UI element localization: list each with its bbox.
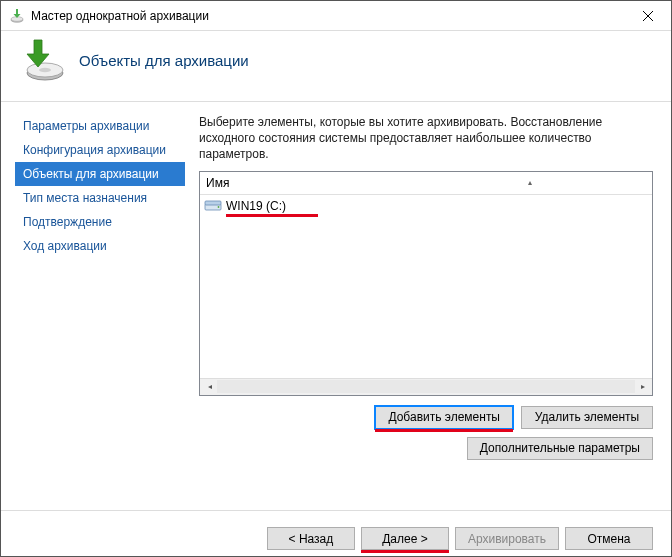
list-body[interactable]: WIN19 (C:) [200,195,652,378]
sort-caret-icon: ▴ [528,178,532,187]
column-name-label: Имя [206,176,229,190]
add-items-button[interactable]: Добавить элементы [375,406,513,429]
wizard-footer: < Назад Далее > Архивировать Отмена [1,510,671,557]
annotation-underline [361,550,449,553]
sidebar: Параметры архивации Конфигурация архивац… [1,102,187,510]
scroll-right-icon[interactable]: ▸ [635,380,650,393]
list-buttons-row: Добавить элементы Удалить элементы [199,406,653,429]
annotation-underline [375,429,513,432]
close-button[interactable] [625,1,671,31]
next-button[interactable]: Далее > [361,527,449,550]
scroll-left-icon[interactable]: ◂ [202,380,217,393]
archive-button: Архивировать [455,527,559,550]
drive-icon [204,199,222,212]
horizontal-scrollbar[interactable]: ◂ ▸ [200,378,652,395]
svg-point-9 [218,206,220,208]
advanced-row: Дополнительные параметры [199,437,653,460]
main-panel: Выберите элементы, которые вы хотите арх… [187,102,671,510]
svg-rect-8 [205,201,221,205]
instructions: Выберите элементы, которые вы хотите арх… [199,114,653,163]
close-icon [643,11,653,21]
cancel-button[interactable]: Отмена [565,527,653,550]
page-header: Объекты для архивации [1,31,671,102]
sidebar-item-options[interactable]: Параметры архивации [15,114,185,138]
title-bar: Мастер однократной архивации [1,1,671,31]
list-item[interactable]: WIN19 (C:) [200,197,652,215]
sidebar-item-progress[interactable]: Ход архивации [15,234,185,258]
list-item-label: WIN19 (C:) [226,199,286,213]
page-title: Объекты для архивации [79,52,249,69]
advanced-button[interactable]: Дополнительные параметры [467,437,653,460]
app-icon [9,8,25,24]
list-column-header[interactable]: Имя ▴ [200,172,652,195]
remove-items-button[interactable]: Удалить элементы [521,406,653,429]
wizard-icon [19,37,65,83]
back-button[interactable]: < Назад [267,527,355,550]
sidebar-item-confirm[interactable]: Подтверждение [15,210,185,234]
items-list: Имя ▴ WIN19 (C:) ◂ [199,171,653,396]
scroll-track[interactable] [217,380,635,393]
window-title: Мастер однократной архивации [31,9,625,23]
sidebar-item-destination[interactable]: Тип места назначения [15,186,185,210]
sidebar-item-config[interactable]: Конфигурация архивации [15,138,185,162]
svg-point-6 [39,68,51,72]
annotation-underline [226,214,318,217]
sidebar-item-objects[interactable]: Объекты для архивации [15,162,185,186]
